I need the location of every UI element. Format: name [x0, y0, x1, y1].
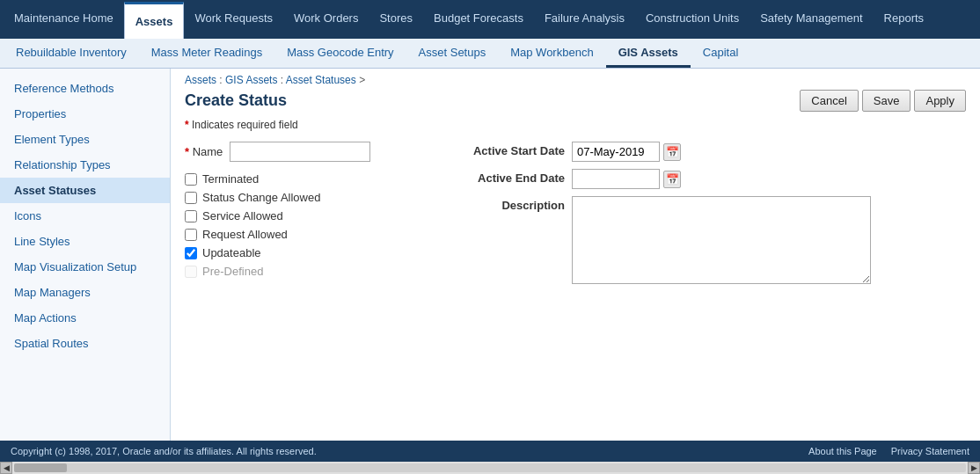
scrollbar-thumb[interactable] — [14, 463, 67, 472]
sidebar-item-properties[interactable]: Properties — [0, 101, 170, 127]
top-nav-item-maintenance-home[interactable]: Maintenance Home — [4, 0, 124, 39]
request-checkbox[interactable] — [185, 229, 197, 241]
name-field-row: Name — [185, 142, 431, 162]
breadcrumb-arrow: > — [359, 74, 365, 86]
active-start-date-calendar-icon[interactable]: 📅 — [663, 143, 681, 161]
active-start-date-row: Active Start Date 📅 — [459, 142, 871, 162]
footer-copyright: Copyright (c) 1998, 2017, Oracle and/or … — [11, 446, 317, 456]
terminated-checkbox[interactable] — [185, 173, 197, 186]
sidebar-item-line-styles[interactable]: Line Styles — [0, 229, 170, 254]
description-label: Description — [459, 196, 565, 212]
service-checkbox-row: Service Allowed — [185, 209, 431, 222]
about-page-link[interactable]: About this Page — [808, 446, 877, 456]
active-start-date-label: Active Start Date — [459, 142, 565, 157]
footer-links: About this Page Privacy Statement — [808, 446, 969, 456]
footer: Copyright (c) 1998, 2017, Oracle and/or … — [0, 441, 980, 462]
active-start-date-wrap: 📅 — [572, 142, 681, 162]
active-start-date-input[interactable] — [572, 142, 660, 162]
status-change-checkbox-row: Status Change Allowed — [185, 191, 431, 204]
sidebar-item-element-types[interactable]: Element Types — [0, 127, 170, 152]
scroll-left-arrow[interactable]: ◀ — [0, 462, 12, 474]
top-nav-item-assets[interactable]: Assets — [124, 2, 185, 39]
top-nav-item-stores[interactable]: Stores — [369, 0, 423, 39]
breadcrumb-gis-assets[interactable]: GIS Assets — [225, 74, 277, 86]
second-navigation: Rebuildable InventoryMass Meter Readings… — [0, 39, 980, 69]
active-end-date-wrap: 📅 — [572, 169, 681, 189]
name-label: Name — [185, 145, 223, 158]
page-title-row: Create Status Cancel Save Apply — [185, 90, 966, 112]
terminated-checkbox-row: Terminated — [185, 172, 431, 186]
predefined-label: Pre-Defined — [202, 265, 263, 278]
second-nav-item-map-workbench[interactable]: Map Workbench — [498, 39, 605, 68]
sidebar-item-map-visualization-setup[interactable]: Map Visualization Setup — [0, 254, 170, 280]
second-nav-item-mass-geocode-entry[interactable]: Mass Geocode Entry — [274, 39, 406, 68]
top-nav-item-budget-forecasts[interactable]: Budget Forecasts — [423, 0, 534, 39]
sidebar: Reference MethodsPropertiesElement Types… — [0, 69, 171, 441]
checkbox-group: Terminated Status Change Allowed Service… — [185, 172, 431, 278]
required-star: * — [185, 119, 189, 131]
top-nav-item-construction-units[interactable]: Construction Units — [635, 0, 750, 39]
top-nav-item-work-orders[interactable]: Work Orders — [283, 0, 369, 39]
top-nav-item-safety-management[interactable]: Safety Management — [750, 0, 873, 39]
form-left: Name Terminated Status Change Allowed Se… — [185, 142, 431, 284]
sidebar-item-icons[interactable]: Icons — [0, 203, 170, 229]
sidebar-item-relationship-types[interactable]: Relationship Types — [0, 152, 170, 178]
sidebar-item-reference-methods[interactable]: Reference Methods — [0, 76, 170, 101]
description-textarea[interactable] — [572, 196, 871, 284]
top-nav-item-failure-analysis[interactable]: Failure Analysis — [534, 0, 635, 39]
request-checkbox-row: Request Allowed — [185, 228, 431, 241]
form-area: Name Terminated Status Change Allowed Se… — [185, 142, 966, 284]
updateable-label: Updateable — [202, 246, 261, 259]
request-label: Request Allowed — [202, 228, 288, 241]
name-input[interactable] — [230, 142, 370, 162]
sidebar-item-asset-statuses[interactable]: Asset Statuses — [0, 178, 170, 203]
page-title: Create Status — [185, 91, 287, 110]
active-end-date-row: Active End Date 📅 — [459, 169, 871, 189]
second-nav-item-gis-assets[interactable]: GIS Assets — [606, 39, 691, 68]
second-nav-item-rebuildable-inventory[interactable]: Rebuildable Inventory — [4, 39, 139, 68]
terminated-label: Terminated — [202, 172, 259, 186]
updateable-checkbox-row: Updateable — [185, 246, 431, 259]
required-field-note: * Indicates required field — [185, 119, 966, 131]
description-row: Description — [459, 196, 871, 284]
horizontal-scrollbar: ◀ ▶ — [0, 462, 980, 474]
predefined-checkbox — [185, 266, 197, 278]
top-navigation: Maintenance HomeAssetsWork RequestsWork … — [0, 0, 980, 39]
cancel-button[interactable]: Cancel — [800, 90, 858, 112]
status-change-checkbox[interactable] — [185, 192, 197, 204]
active-end-date-label: Active End Date — [459, 169, 565, 185]
breadcrumb-asset-statuses[interactable]: Asset Statuses — [286, 74, 356, 86]
status-change-label: Status Change Allowed — [202, 191, 320, 204]
top-nav-item-reports[interactable]: Reports — [874, 0, 935, 39]
second-nav-item-capital[interactable]: Capital — [691, 39, 750, 68]
sidebar-item-spatial-routes[interactable]: Spatial Routes — [0, 331, 170, 356]
second-nav-item-asset-setups[interactable]: Asset Setups — [406, 39, 499, 68]
sidebar-item-map-managers[interactable]: Map Managers — [0, 280, 170, 305]
main-container: Reference MethodsPropertiesElement Types… — [0, 69, 980, 441]
predefined-checkbox-row: Pre-Defined — [185, 265, 431, 278]
updateable-checkbox[interactable] — [185, 247, 197, 259]
top-nav-item-work-requests[interactable]: Work Requests — [184, 0, 283, 39]
active-end-date-calendar-icon[interactable]: 📅 — [663, 171, 681, 188]
action-buttons: Cancel Save Apply — [800, 90, 966, 112]
privacy-statement-link[interactable]: Privacy Statement — [891, 446, 969, 456]
save-button[interactable]: Save — [862, 90, 911, 112]
service-label: Service Allowed — [202, 209, 283, 222]
scroll-right-arrow[interactable]: ▶ — [968, 462, 980, 474]
breadcrumb: Assets : GIS Assets : Asset Statuses > — [185, 69, 966, 90]
breadcrumb-assets[interactable]: Assets — [185, 74, 216, 86]
required-note-text: Indicates required field — [192, 119, 298, 131]
scrollbar-track — [14, 463, 966, 472]
content-area: Assets : GIS Assets : Asset Statuses > C… — [171, 69, 980, 441]
service-checkbox[interactable] — [185, 210, 197, 222]
form-right: Active Start Date 📅 Active End Date 📅 De… — [459, 142, 871, 284]
sidebar-item-map-actions[interactable]: Map Actions — [0, 305, 170, 331]
second-nav-item-mass-meter-readings[interactable]: Mass Meter Readings — [139, 39, 274, 68]
active-end-date-input[interactable] — [572, 169, 660, 189]
apply-button[interactable]: Apply — [914, 90, 966, 112]
